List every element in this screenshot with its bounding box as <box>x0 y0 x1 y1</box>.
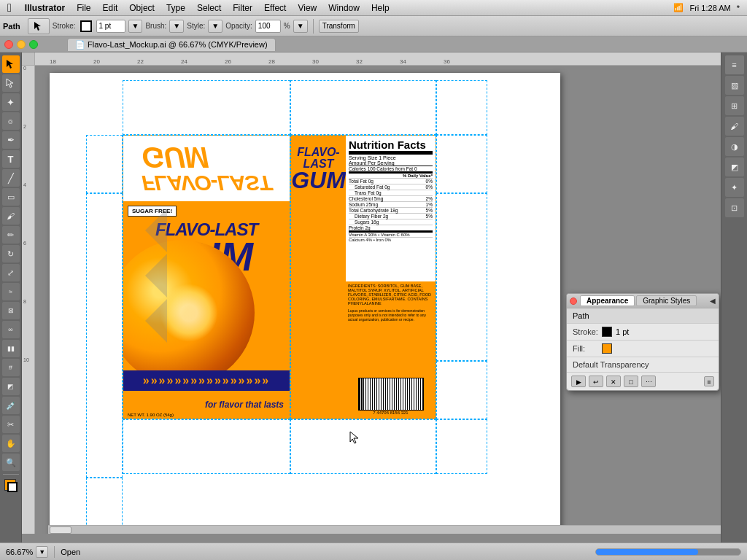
menu-view[interactable]: View <box>292 3 322 13</box>
panel-menu-icon[interactable]: ≡ <box>704 376 714 386</box>
action-btn-1[interactable]: ▶ <box>571 376 586 387</box>
eyedropper-tool[interactable]: 💉 <box>2 397 20 414</box>
action-btn-4[interactable]: □ <box>624 376 638 387</box>
symbols-panel-icon[interactable]: ⊞ <box>725 96 744 115</box>
pen-tool[interactable]: ✒ <box>2 131 20 149</box>
menu-object[interactable]: Object <box>123 3 160 13</box>
apple-menu[interactable]:  <box>0 1 19 15</box>
progress-bar-fill <box>596 549 698 555</box>
dietary-fiber-pct: 5% <box>426 214 433 219</box>
menu-effect[interactable]: Effect <box>258 3 292 13</box>
selection-tool-icon[interactable] <box>28 18 50 34</box>
scale-tool[interactable]: ⤢ <box>2 264 20 281</box>
magic-wand-tool[interactable]: ✦ <box>2 93 20 111</box>
opacity-input[interactable] <box>255 20 281 33</box>
transparency-label: Default Transparency <box>573 360 649 369</box>
menu-help[interactable]: Help <box>365 3 395 13</box>
ruler-tick: 0 <box>23 66 26 71</box>
tab-bar: 📄 Flavo-Last_Mockup.ai @ 66.67% (CMYK/Pr… <box>0 36 747 52</box>
flipped-brand-text: FLAVO-LAST GUM <box>142 143 271 194</box>
selection-tool[interactable] <box>2 55 20 73</box>
color-panel-icon[interactable]: ◑ <box>725 137 744 156</box>
fill-label: Fill: <box>573 344 602 353</box>
action-btn-3[interactable]: ✕ <box>606 376 621 387</box>
stroke-dropdown[interactable]: ▼ <box>128 20 143 33</box>
style-dropdown[interactable]: ▼ <box>208 20 222 33</box>
menu-type[interactable]: Type <box>160 3 191 13</box>
hand-tool[interactable]: ✋ <box>2 435 20 452</box>
maximize-button[interactable] <box>29 40 38 49</box>
rotate-tool[interactable]: ↻ <box>2 245 20 262</box>
paintbrush-tool[interactable]: 🖌 <box>2 207 20 225</box>
blend-tool[interactable]: ∞ <box>2 321 20 338</box>
pencil-tool[interactable]: ✏ <box>2 226 20 244</box>
gradient-panel-icon[interactable]: ◩ <box>725 158 744 176</box>
progress-bar-area <box>595 548 741 556</box>
graphic-styles-tab[interactable]: Graphic Styles <box>636 295 697 306</box>
gradient-tool[interactable]: ◩ <box>2 378 20 395</box>
action-btn-5[interactable]: ⋯ <box>641 376 656 387</box>
mesh-tool[interactable]: # <box>2 359 20 376</box>
menubar-time: Fri 1:28 AM <box>689 4 730 12</box>
direct-select-tool[interactable] <box>2 74 20 92</box>
swatches-panel-icon[interactable]: ▨ <box>725 76 744 95</box>
scissors-tool[interactable]: ✂ <box>2 416 20 433</box>
line-tool[interactable]: ╱ <box>2 169 20 187</box>
opacity-dropdown[interactable]: ▼ <box>293 20 308 33</box>
transform-button[interactable]: Transform <box>319 20 359 33</box>
action-btn-2[interactable]: ↩ <box>589 376 603 387</box>
menu-select[interactable]: Select <box>191 3 227 13</box>
close-button[interactable] <box>4 40 13 49</box>
scroll-thumb[interactable] <box>50 526 71 534</box>
menu-filter[interactable]: Filter <box>227 3 258 13</box>
type-tool[interactable]: T <box>2 150 20 168</box>
column-graph-tool[interactable]: ▮▮ <box>2 340 20 357</box>
appearance-panel-icon[interactable]: ✦ <box>725 178 744 197</box>
free-transform-tool[interactable]: ⊠ <box>2 302 20 319</box>
left-side-panel <box>86 193 123 478</box>
lasso-tool[interactable]: ⌾ <box>2 112 20 130</box>
stroke-indicator[interactable] <box>7 482 18 492</box>
barcode-area: 7 44705 8156 321 <box>346 378 436 415</box>
canvas-area[interactable]: 18 20 22 24 26 28 30 32 34 36 0 2 4 6 8 … <box>22 52 747 542</box>
zoom-tool[interactable]: 🔍 <box>2 454 20 471</box>
total-carb-row: Total Carbohydrate 18g 5% <box>349 208 433 214</box>
ingredients-area: INGREDIENTS: SORBITOL, GUM BASE, MALTITO… <box>346 281 436 324</box>
menu-file[interactable]: File <box>71 3 96 13</box>
menu-window[interactable]: Window <box>322 3 365 13</box>
transform-panel-icon[interactable]: ⊡ <box>725 198 744 217</box>
top-spacer <box>86 80 123 135</box>
stroke-value-input[interactable] <box>96 20 125 33</box>
brushes-panel-icon[interactable]: 🖌 <box>725 117 744 136</box>
brush-dropdown[interactable]: ▼ <box>169 20 184 33</box>
sodium-row: Sodium 25mg 1% <box>349 202 433 208</box>
sugars-row: Sugars 16g <box>349 219 433 225</box>
layers-panel-icon[interactable]: ≡ <box>725 55 744 74</box>
panel-close-button[interactable] <box>570 298 577 305</box>
appearance-tab[interactable]: Appearance <box>580 295 635 306</box>
minimize-button[interactable] <box>17 40 26 49</box>
cholesterol-row: Cholesterol 5mg 2% <box>349 196 433 202</box>
rect-tool[interactable]: ▭ <box>2 188 20 206</box>
menu-edit[interactable]: Edit <box>97 3 124 13</box>
svg-marker-2 <box>7 79 13 88</box>
horizontal-scrollbar[interactable] <box>48 525 729 534</box>
panel-collapse-icon[interactable]: ◀ <box>710 297 716 305</box>
stroke-color-swatch[interactable] <box>602 327 612 337</box>
sat-fat-label: Saturated Fat 0g <box>355 184 390 190</box>
document-tab[interactable]: 📄 Flavo-Last_Mockup.ai @ 66.67% (CMYK/Pr… <box>67 38 276 51</box>
right-top-flap <box>436 135 487 193</box>
net-weight: NET WT. 1.90 OZ (54g) <box>128 413 174 417</box>
warp-tool[interactable]: ≈ <box>2 283 20 300</box>
stroke-color[interactable] <box>80 20 92 32</box>
cholesterol-label: Cholesterol 5mg <box>349 196 383 201</box>
fill-stroke-indicator[interactable] <box>3 478 19 494</box>
total-fat-pct: 0% <box>426 179 433 184</box>
serving-size: Serving Size 1 Piece <box>349 155 433 160</box>
orange-center <box>160 284 218 342</box>
cholesterol-pct: 2% <box>426 196 433 201</box>
arrows-band: »»»»»»»»»»»»»»»» <box>123 370 290 391</box>
fill-color-swatch[interactable] <box>602 343 612 354</box>
pct-label: % Daily Value* <box>349 174 433 179</box>
zoom-dropdown-btn[interactable]: ▼ <box>36 546 48 558</box>
